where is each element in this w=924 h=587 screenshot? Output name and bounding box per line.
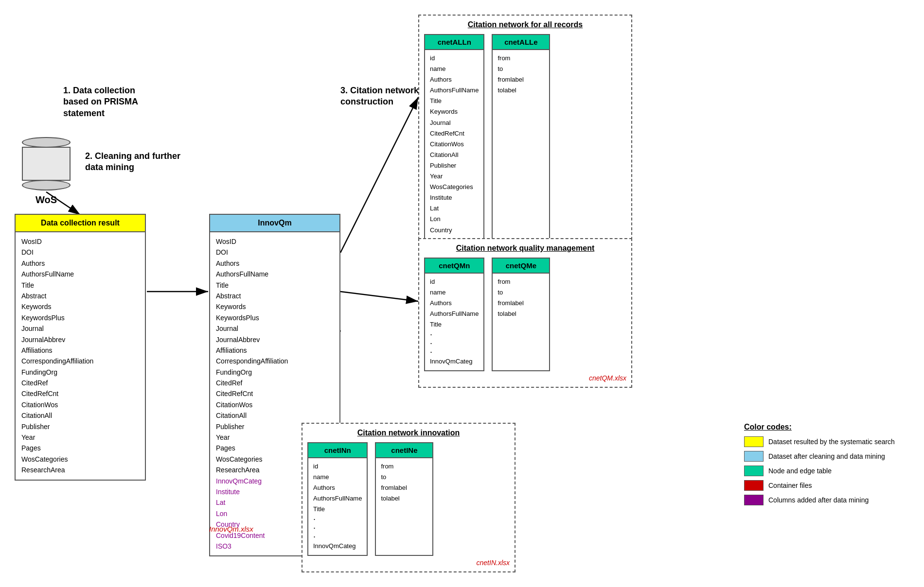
alln-country: Country — [430, 225, 479, 236]
legend-title: Color codes: — [744, 423, 909, 432]
field-keywords: Keywords — [21, 301, 139, 312]
cnet-qm-edges: cnetQMe from to fromlabel tolabel — [492, 258, 550, 371]
field-journal: Journal — [21, 323, 139, 334]
ine-from: from — [381, 461, 427, 472]
qme-tolabel: tolabel — [498, 309, 544, 319]
legend-color-red — [744, 480, 764, 491]
field-wosid: WosID — [21, 236, 139, 247]
inn-id: id — [313, 461, 362, 472]
cnet-qm-nodes: cnetQMn id name Authors AuthorsFullName … — [424, 258, 484, 371]
legend-item-yellow: Dataset resulted by the systematic searc… — [744, 436, 909, 447]
field-citationwos: CitationWos — [21, 399, 139, 410]
cnet-in-title: Citation network innovation — [307, 429, 510, 437]
iq-authors: Authors — [216, 258, 334, 269]
iq-journal: Journal — [216, 323, 334, 334]
data-collection-box: Data collection result WosID DOI Authors… — [15, 214, 146, 481]
qmn-name: name — [430, 287, 479, 298]
cnet-in-nodes: cnetINn id name Authors AuthorsFullName … — [307, 442, 368, 556]
alle-from: from — [498, 53, 544, 64]
alln-keywords: Keywords — [430, 106, 479, 117]
alle-to: to — [498, 64, 544, 74]
cylinder-body — [22, 147, 71, 181]
iq-citationall: CitationAll — [216, 410, 334, 421]
innovqm-file-label: InnovQm.xlsx — [209, 525, 253, 533]
cnet-in-tables: cnetINn id name Authors AuthorsFullName … — [307, 442, 510, 556]
field-doi: DOI — [21, 247, 139, 258]
svg-line-4 — [340, 292, 418, 301]
step3-label: 3. Citation network construction — [340, 85, 419, 108]
cnet-inn-content: id name Authors AuthorsFullName Title · … — [308, 458, 367, 555]
alln-citedrefcnt: CitedRefCnt — [430, 128, 479, 139]
alln-name: name — [430, 64, 479, 74]
field-year: Year — [21, 432, 139, 443]
ine-tolabel: tolabel — [381, 493, 427, 504]
alln-year: Year — [430, 171, 479, 182]
qmn-title: Title — [430, 319, 479, 330]
field-keywordsplus: KeywordsPlus — [21, 312, 139, 323]
alln-woscategories: WosCategories — [430, 182, 479, 192]
iq-keywordsplus: KeywordsPlus — [216, 312, 334, 323]
iq-wosid: WosID — [216, 236, 334, 247]
iq-keywords: Keywords — [216, 301, 334, 312]
cnet-ine-header: cnetINe — [376, 443, 432, 458]
qmn-dots: · — [430, 330, 479, 339]
diagram-container: 1. Data collection based on PRISMA state… — [0, 0, 924, 587]
field-pages: Pages — [21, 443, 139, 453]
inn-authorsfullname: AuthorsFullName — [313, 493, 362, 504]
legend-label-purple: Columns added after data mining — [768, 496, 869, 504]
field-abstract: Abstract — [21, 291, 139, 301]
cnet-alle-content: from to fromlabel tolabel — [493, 50, 549, 99]
cylinder-bottom-ellipse — [22, 180, 71, 190]
alln-lon: Lon — [430, 214, 479, 224]
legend-item-red: Container files — [744, 480, 909, 491]
inn-innovqmcateg: InnovQmCateg — [313, 541, 362, 552]
iq-authorsfullname: AuthorsFullName — [216, 269, 334, 279]
data-collection-header: Data collection result — [16, 215, 145, 232]
iq-citedref: CitedRef — [216, 378, 334, 388]
legend-label-yellow: Dataset resulted by the systematic searc… — [768, 438, 895, 446]
cnet-all-nodes: cnetALLn id name Authors AuthorsFullName… — [424, 34, 484, 272]
field-authors: Authors — [21, 258, 139, 269]
legend-color-purple — [744, 495, 764, 505]
field-correspondingaffiliation: CorrespondingAffiliation — [21, 356, 139, 366]
alln-citationall: CitationAll — [430, 150, 479, 160]
legend-color-blue — [744, 451, 764, 462]
iq-citationwos: CitationWos — [216, 399, 334, 410]
alln-institute: Institute — [430, 192, 479, 203]
alln-id: id — [430, 53, 479, 64]
alln-journal: Journal — [430, 118, 479, 128]
legend-color-green — [744, 466, 764, 476]
legend-label-red: Container files — [768, 482, 812, 489]
field-affiliations: Affiliations — [21, 345, 139, 356]
qme-from: from — [498, 276, 544, 287]
field-citationall: CitationAll — [21, 410, 139, 421]
iq-affiliations: Affiliations — [216, 345, 334, 356]
field-woscategories: WosCategories — [21, 454, 139, 465]
cnet-qm-file-label: cnetQM.xlsx — [424, 374, 626, 382]
cnet-alln-content: id name Authors AuthorsFullName Title Ke… — [425, 50, 483, 271]
qmn-dots2: · — [430, 339, 479, 347]
iq-title: Title — [216, 280, 334, 291]
cnet-qm-title: Citation network quality management — [424, 244, 626, 253]
legend-item-blue: Dataset after cleaning and data mining — [744, 451, 909, 462]
inn-dots: · — [313, 515, 362, 523]
ine-to: to — [381, 472, 427, 483]
cnet-qmn-content: id name Authors AuthorsFullName Title · … — [425, 274, 483, 370]
step2-label: 2. Cleaning and further data mining — [85, 151, 180, 173]
inn-dots3: · — [313, 532, 362, 541]
cylinder-top — [22, 137, 71, 148]
field-publisher: Publisher — [21, 421, 139, 432]
cnet-qme-content: from to fromlabel tolabel — [493, 274, 549, 322]
svg-line-3 — [340, 97, 418, 253]
alle-tolabel: tolabel — [498, 85, 544, 96]
qmn-innovqmcateg: InnovQmCateg — [430, 356, 479, 367]
cnet-qm-tables: cnetQMn id name Authors AuthorsFullName … — [424, 258, 626, 371]
ine-fromlabel: fromlabel — [381, 483, 427, 493]
cnet-in-file-label: cnetIN.xlsx — [307, 559, 510, 567]
wos-label: WoS — [19, 194, 73, 206]
legend-item-purple: Columns added after data mining — [744, 495, 909, 505]
alln-title: Title — [430, 96, 479, 106]
cnet-qme-header: cnetQMe — [493, 259, 549, 274]
alln-authorsfullname: AuthorsFullName — [430, 85, 479, 96]
cnet-in-box: Citation network innovation cnetINn id n… — [302, 423, 515, 572]
